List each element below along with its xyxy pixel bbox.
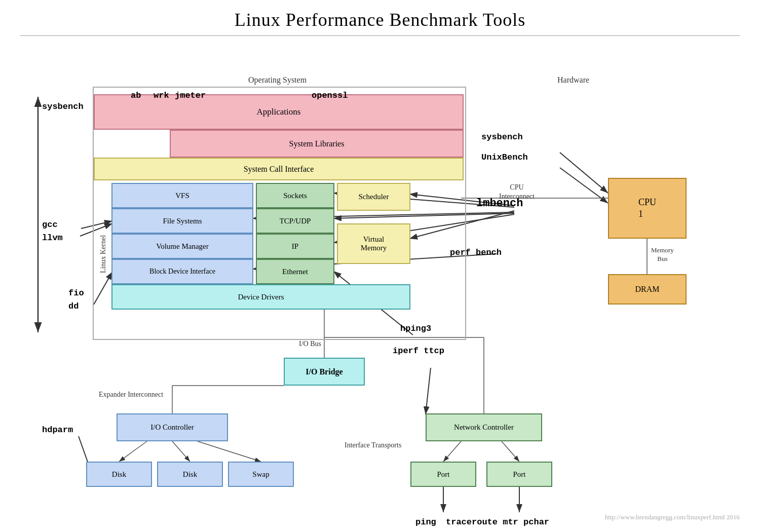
port1-box: Port bbox=[410, 462, 476, 487]
tool-openssl: openssl bbox=[312, 91, 348, 100]
tcpudp-box: TCP/UDP bbox=[256, 208, 334, 234]
svg-line-27 bbox=[119, 441, 147, 462]
network-controller-box: Network Controller bbox=[426, 413, 542, 441]
app-box: Applications bbox=[94, 94, 464, 130]
tool-perf-bench: perf bench bbox=[450, 248, 502, 257]
svg-line-29 bbox=[198, 441, 261, 462]
main-title: Linux Performance Benchmark Tools bbox=[0, 0, 760, 35]
tool-ab: ab bbox=[131, 91, 141, 100]
tool-iperf-ttcp: iperf ttcp bbox=[393, 346, 444, 356]
syscall-box: System Call Interface bbox=[94, 158, 464, 180]
eth-box: Ethernet bbox=[256, 259, 334, 284]
os-label: Operating System bbox=[248, 75, 307, 85]
iobridge-box: I/O Bridge bbox=[284, 358, 365, 386]
port2-box: Port bbox=[486, 462, 552, 487]
svg-line-12 bbox=[560, 153, 608, 193]
tool-jmeter: jmeter bbox=[175, 91, 206, 100]
tool-hdparm: hdparm bbox=[42, 425, 73, 435]
disk2-box: Disk bbox=[157, 462, 223, 487]
disk1-box: Disk bbox=[86, 462, 152, 487]
ip-box: IP bbox=[256, 234, 334, 259]
footer-url: http://www.brendangregg.com/linuxperf.ht… bbox=[605, 513, 740, 521]
tool-ping: ping bbox=[415, 517, 436, 527]
sched-box: Scheduler bbox=[337, 183, 410, 211]
svg-line-28 bbox=[172, 441, 190, 462]
vfs-box: VFS bbox=[111, 183, 253, 208]
ioctrl-box: I/O Controller bbox=[117, 413, 228, 441]
bdi-box: Block Device Interface bbox=[111, 259, 253, 284]
syslib-box: System Libraries bbox=[170, 130, 464, 158]
tool-lmbench: lmbench bbox=[476, 197, 523, 210]
tool-traceroute: traceroute mtr pchar bbox=[446, 517, 549, 527]
kernel-label: Linux Kernel bbox=[96, 213, 111, 294]
swap-box: Swap bbox=[228, 462, 294, 487]
sockets-box: Sockets bbox=[256, 183, 334, 208]
vm-box: Volume Manager bbox=[111, 234, 253, 259]
tool-wrk: wrk bbox=[154, 91, 169, 100]
io-bus-label: I/O Bus bbox=[299, 340, 321, 348]
svg-line-33 bbox=[502, 441, 519, 462]
tool-sysbench-left: sysbench bbox=[42, 102, 84, 111]
tool-gcc-llvm: gcc llvm bbox=[42, 218, 63, 244]
tool-hping3: hping3 bbox=[400, 324, 431, 333]
tool-unixbench: UnixBench bbox=[481, 153, 528, 162]
expander-label: Expander Interconnect bbox=[99, 391, 163, 399]
svg-line-37 bbox=[426, 368, 431, 414]
dram-box: DRAM bbox=[608, 274, 687, 305]
interface-transports-label: Interface Transports bbox=[345, 441, 401, 449]
tool-fio-dd: fio dd bbox=[68, 287, 84, 313]
memory-bus-label: MemoryBus bbox=[651, 246, 674, 263]
device-drivers-box: Device Drivers bbox=[111, 284, 410, 310]
tool-sysbench-right: sysbench bbox=[481, 132, 523, 142]
svg-line-32 bbox=[443, 441, 461, 462]
cpu-box: CPU 1 bbox=[608, 178, 687, 239]
hw-label: Hardware bbox=[557, 75, 589, 85]
fs-box: File Systems bbox=[111, 208, 253, 234]
diagram-area: Operating System Hardware Applications S… bbox=[0, 36, 760, 527]
vmem-box: Virtual Memory bbox=[337, 223, 410, 264]
svg-line-13 bbox=[560, 168, 608, 203]
